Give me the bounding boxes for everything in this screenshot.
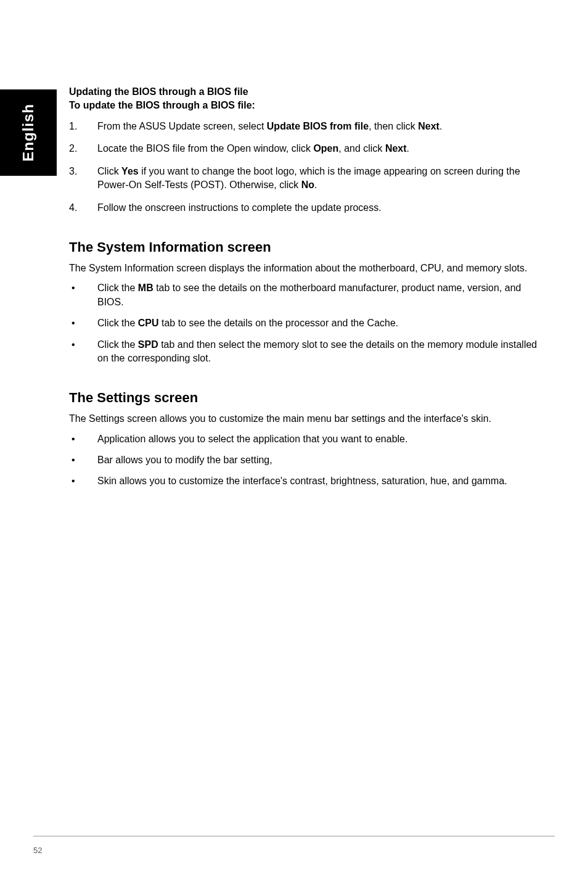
bullet-item: • Skin allows you to customize the inter…: [69, 474, 550, 488]
step-number: 1.: [69, 120, 97, 133]
step-text: Locate the BIOS file from the Open windo…: [97, 142, 550, 155]
step-number: 4.: [69, 201, 97, 215]
bullet-text: Click the CPU tab to see the details on …: [97, 316, 550, 330]
bullet-marker: •: [69, 453, 97, 467]
bullet-marker: •: [69, 474, 97, 488]
section-title-settings: The Settings screen: [69, 390, 550, 406]
page-content: Updating the BIOS through a BIOS file To…: [69, 86, 550, 496]
bullet-list-system-info: • Click the MB tab to see the details on…: [69, 281, 550, 365]
bullet-item: • Click the CPU tab to see the details o…: [69, 316, 550, 330]
bullet-item: • Click the SPD tab and then select the …: [69, 338, 550, 366]
step-item: 4. Follow the onscreen instructions to c…: [69, 201, 550, 215]
step-text: Follow the onscreen instructions to comp…: [97, 201, 550, 215]
bullet-marker: •: [69, 316, 97, 330]
bullet-text: Skin allows you to customize the interfa…: [97, 474, 550, 488]
side-tab-label: English: [20, 104, 37, 162]
ordered-steps-list: 1. From the ASUS Update screen, select U…: [69, 120, 550, 215]
footer-divider: [33, 836, 555, 836]
bullet-marker: •: [69, 338, 97, 366]
bullet-item: • Click the MB tab to see the details on…: [69, 281, 550, 309]
bullet-item: • Bar allows you to modify the bar setti…: [69, 453, 550, 467]
bullet-text: Application allows you to select the app…: [97, 432, 550, 446]
step-item: 3. Click Yes if you want to change the b…: [69, 165, 550, 192]
step-number: 2.: [69, 142, 97, 155]
bullet-item: • Application allows you to select the a…: [69, 432, 550, 446]
side-language-tab: English: [0, 89, 57, 176]
step-text: From the ASUS Update screen, select Upda…: [97, 120, 550, 133]
subheading-update-file: Updating the BIOS through a BIOS file: [69, 86, 550, 97]
bullet-marker: •: [69, 281, 97, 309]
bullet-list-settings: • Application allows you to select the a…: [69, 432, 550, 489]
bullet-text: Click the MB tab to see the details on t…: [97, 281, 550, 309]
step-number: 3.: [69, 165, 97, 192]
step-text: Click Yes if you want to change the boot…: [97, 165, 550, 192]
page-number: 52: [33, 846, 42, 855]
section-intro: The Settings screen allows you to custom…: [69, 412, 550, 426]
bullet-marker: •: [69, 432, 97, 446]
step-item: 2. Locate the BIOS file from the Open wi…: [69, 142, 550, 155]
subheading-to-update: To update the BIOS through a BIOS file:: [69, 100, 550, 111]
section-intro: The System Information screen displays t…: [69, 262, 550, 275]
step-item: 1. From the ASUS Update screen, select U…: [69, 120, 550, 133]
bullet-text: Click the SPD tab and then select the me…: [97, 338, 550, 366]
section-title-system-info: The System Information screen: [69, 239, 550, 255]
bullet-text: Bar allows you to modify the bar setting…: [97, 453, 550, 467]
